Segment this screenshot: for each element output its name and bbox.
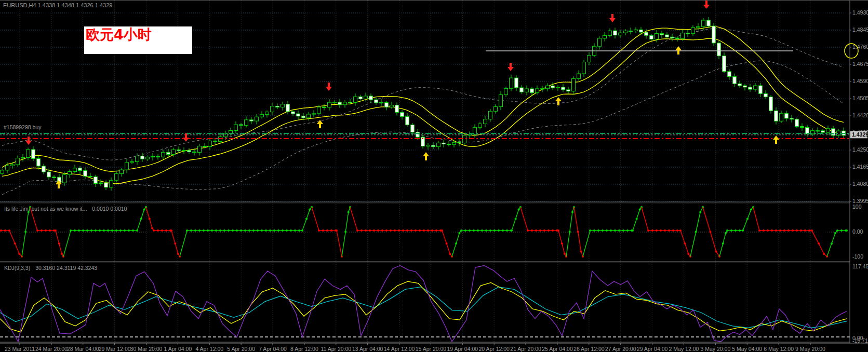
indicator-axis-label: -100 (852, 253, 863, 260)
time-axis-label: 6 May 12:00 (764, 346, 794, 352)
kdj-title: KDJ(9,3,3)30.3160 24.3119 42.3243 (4, 265, 97, 271)
time-axis-label: 21 Apr 20:00 (510, 346, 541, 352)
time-axis-label: 25 Apr 04:00 (542, 346, 573, 352)
indicator-axis-label: 117.45 (852, 263, 868, 269)
time-axis-label: 28 Mar 04:00 (67, 346, 99, 352)
price-axis-label: 1.4505 (852, 95, 868, 101)
time-axis-label: 23 Mar 2011 (5, 346, 35, 352)
time-axis-label: 2 May 12:00 (669, 346, 699, 352)
price-axis-label: 1.4420 (852, 112, 868, 118)
price-axis-label: 1.4930 (852, 9, 868, 16)
price-axis-label: 1.4590 (852, 78, 868, 84)
time-axis-label: 30 Mar 20:00 (130, 346, 163, 352)
time-axis-label: 9 May 20:00 (795, 346, 825, 352)
oscillator-name: Its life Jim, but not as we know it... (4, 206, 87, 212)
time-axis-label: 15 Apr 20:00 (416, 346, 447, 352)
kdj-values: 30.3160 24.3119 42.3243 (35, 265, 97, 271)
time-axis-label: 8 Apr 12:00 (290, 346, 318, 352)
time-axis-label: 4 Apr 12:00 (195, 346, 223, 352)
price-axis-label: 1.4845 (852, 26, 868, 33)
time-axis-label: 29 Mar 12:00 (99, 346, 131, 352)
price-axis-label: 1.4080 (852, 181, 868, 187)
time-axis-label: 11 Apr 20:00 (321, 346, 351, 352)
time-axis-label: 20 Apr 12:00 (478, 346, 510, 352)
time-axis-label: 27 Apr 20:00 (605, 346, 636, 352)
price-axis-label: 1.4675 (852, 61, 868, 67)
time-axis-label: 5 Apr 20:00 (227, 346, 255, 352)
kdj-name: KDJ(9,3,3) (4, 265, 30, 271)
current-price-badge-text: 1.4329 (852, 131, 868, 138)
oscillator-values: 0.0010 0.0010 (92, 206, 127, 212)
time-axis-label: 1 Apr 04:00 (164, 346, 192, 352)
indicator-axis-label: -15.710 (852, 337, 868, 344)
oscillator-title: Its life Jim, but not as we know it...0.… (4, 206, 127, 212)
annotation-text: 欧元4小时 (86, 27, 192, 42)
time-axis-label: 13 Apr 04:00 (352, 346, 383, 352)
price-axis-label: 1.4165 (852, 164, 868, 170)
trading-terminal-window: 1.49301.48451.47601.46751.45901.45051.44… (0, 0, 868, 352)
text-annotation-box[interactable]: 欧元4小时 (84, 26, 192, 54)
price-axis-label: 1.4250 (852, 146, 868, 153)
indicator-axis-label: 0.00 (852, 228, 863, 235)
indicator-axis-label: 100 (852, 204, 862, 210)
oscillator-panel[interactable] (0, 204, 850, 261)
quote-header: EURUSD,H4 1.4338 1.4348 1.4326 1.4329 (3, 2, 112, 8)
time-axis-label: 5 May 04:00 (732, 346, 762, 352)
open-order-label: #15899298 buy (4, 124, 41, 130)
time-axis-label: 7 Apr 04:00 (259, 346, 287, 352)
time-axis-label: 29 Apr 04:00 (637, 346, 668, 352)
time-axis-label: 3 May 20:00 (700, 346, 730, 352)
price-axis[interactable] (850, 1, 868, 343)
time-axis-label: 19 Apr 04:00 (447, 346, 478, 352)
time-axis-label: 14 Apr 12:00 (384, 346, 415, 352)
time-axis-label: 24 Mar 20:00 (35, 346, 68, 352)
time-axis-label: 26 Apr 12:00 (573, 346, 605, 352)
